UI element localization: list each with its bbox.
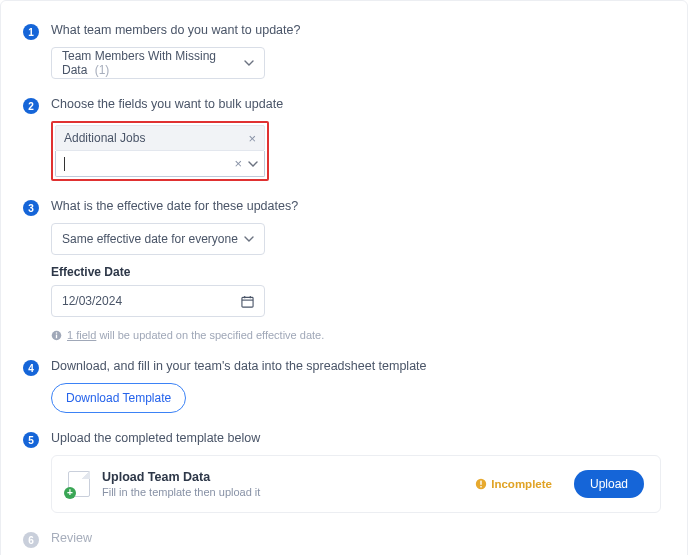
step-number: 4 — [23, 360, 39, 376]
wizard-card: 1 What team members do you want to updat… — [0, 0, 688, 555]
remove-tag-icon[interactable]: × — [248, 132, 256, 145]
svg-rect-0 — [242, 297, 253, 307]
select-label: Team Members With Missing Data — [62, 49, 216, 77]
step-number: 1 — [23, 24, 39, 40]
note-text: will be updated on the specified effecti… — [96, 329, 324, 341]
step-5: 5 Upload the completed template below + … — [23, 431, 661, 513]
step-4: 4 Download, and fill in your team's data… — [23, 359, 661, 413]
svg-rect-6 — [56, 332, 57, 333]
warning-icon — [475, 478, 487, 490]
text-caret — [64, 157, 65, 171]
fields-input-row[interactable]: × — [55, 151, 265, 177]
step-6: 6 Review — [23, 531, 661, 555]
step-1: 1 What team members do you want to updat… — [23, 23, 661, 79]
calendar-icon[interactable] — [241, 295, 254, 308]
upload-status: Incomplete — [475, 478, 552, 490]
selected-field-tag: Additional Jobs × — [55, 125, 265, 151]
upload-heading: Upload Team Data — [102, 470, 463, 484]
select-count: (1) — [95, 63, 110, 77]
effective-date-note: 1 field will be updated on the specified… — [51, 329, 661, 341]
upload-panel: + Upload Team Data Fill in the template … — [51, 455, 661, 513]
step-title: What is the effective date for these upd… — [51, 199, 661, 213]
step-title: Upload the completed template below — [51, 431, 661, 445]
step-number: 6 — [23, 532, 39, 548]
team-members-select[interactable]: Team Members With Missing Data (1) — [51, 47, 265, 79]
file-upload-icon: + — [68, 471, 90, 497]
select-label: Same effective date for everyone — [62, 232, 238, 246]
upload-button[interactable]: Upload — [574, 470, 644, 498]
clear-icon[interactable]: × — [234, 157, 242, 170]
step-title: Download, and fill in your team's data i… — [51, 359, 661, 373]
step-number: 3 — [23, 200, 39, 216]
info-icon — [51, 330, 62, 341]
step-number: 5 — [23, 432, 39, 448]
download-template-button[interactable]: Download Template — [51, 383, 186, 413]
effective-date-input[interactable]: 12/03/2024 — [51, 285, 265, 317]
step-2: 2 Choose the fields you want to bulk upd… — [23, 97, 661, 181]
svg-rect-9 — [481, 486, 482, 487]
chevron-down-icon — [244, 234, 254, 244]
step-title: What team members do you want to update? — [51, 23, 661, 37]
selected-field-label: Additional Jobs — [64, 131, 145, 145]
effective-date-label: Effective Date — [51, 265, 661, 279]
note-field-count: 1 field — [67, 329, 96, 341]
chevron-down-icon — [244, 58, 254, 68]
chevron-down-icon[interactable] — [248, 159, 258, 169]
step-3: 3 What is the effective date for these u… — [23, 199, 661, 341]
step-number: 2 — [23, 98, 39, 114]
upload-subtext: Fill in the template then upload it — [102, 486, 463, 498]
fields-combobox[interactable]: Additional Jobs × × — [51, 121, 269, 181]
step-title: Choose the fields you want to bulk updat… — [51, 97, 661, 111]
step-title: Review — [51, 531, 661, 545]
effective-date-mode-select[interactable]: Same effective date for everyone — [51, 223, 265, 255]
svg-rect-5 — [56, 334, 57, 338]
date-value: 12/03/2024 — [62, 294, 122, 308]
svg-rect-8 — [481, 481, 482, 485]
